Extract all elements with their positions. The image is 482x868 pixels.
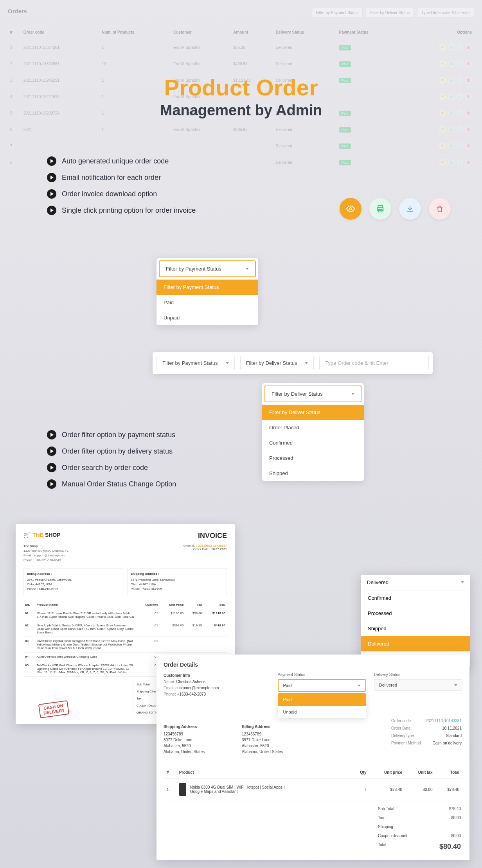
dropdown-option[interactable]: Confirmed <box>361 590 470 606</box>
feature-text: Order invoice download option <box>62 190 157 198</box>
feature-text: Order search by order code <box>62 464 148 472</box>
delete-icon[interactable]: 🗑 <box>465 142 472 149</box>
print-icon[interactable]: ⎙ <box>448 126 455 133</box>
view-icon[interactable]: 👁 <box>439 44 446 51</box>
dropdown-option[interactable]: Shipped <box>361 621 470 636</box>
dropdown-label: Filter by Payment Status <box>166 266 221 272</box>
total-row: Coupon discount :$0.00 <box>376 831 462 840</box>
download-icon[interactable]: ↓ <box>456 60 463 67</box>
dropdown-option[interactable]: Filter by Deliver Status <box>262 405 364 420</box>
chevron-down-icon <box>305 362 308 364</box>
dropdown-trigger[interactable]: Delivered <box>361 575 470 590</box>
dropdown-option[interactable]: Order Placed <box>262 420 364 435</box>
feature-item: Single click printing option for order i… <box>47 206 196 215</box>
delete-icon[interactable]: 🗑 <box>465 126 472 133</box>
col-code: Order code <box>21 25 99 39</box>
print-icon[interactable]: ⎙ <box>448 159 455 166</box>
filter-deliver[interactable]: Filter by Deliver Status <box>366 8 414 18</box>
dropdown-option[interactable]: Shipped <box>262 466 364 481</box>
hero-title: Product Order Management by Admin <box>0 74 482 119</box>
play-icon <box>47 463 56 472</box>
search-input[interactable]: Type Order code & hit Enter <box>417 8 474 18</box>
table-row: 220211110-1330286312Eric M Spradlin$499.… <box>8 56 474 72</box>
download-icon[interactable]: ↓ <box>456 126 463 133</box>
feature-text: Order filter option by payment status <box>62 431 175 439</box>
order-meta: Order code20211110-10143381Order Date10.… <box>391 717 462 747</box>
feature-item: Order invoice download option <box>47 189 196 199</box>
chevron-down-icon <box>461 581 464 583</box>
search-field[interactable]: Type Order code & hit Enter <box>319 356 429 370</box>
cash-on-delivery-stamp: CASH ONDELIVERY <box>38 700 69 718</box>
delete-icon[interactable]: 🗑 <box>465 159 472 166</box>
customer-info-header: Customer Info <box>164 673 190 678</box>
download-button[interactable] <box>399 198 421 220</box>
delete-button[interactable] <box>429 198 451 220</box>
table-row: 01iPhone 12 Promax Pacific Blue 512 GB m… <box>23 609 227 621</box>
dropdown-option[interactable]: Delivered <box>361 636 470 651</box>
dropdown-option[interactable]: Processed <box>262 450 364 466</box>
print-icon[interactable]: ⎙ <box>448 44 455 51</box>
feature-text: Manual Order Status Change Option <box>62 480 176 488</box>
deliver-status-dropdown[interactable]: Filter by Deliver Status Filter by Deliv… <box>262 383 364 481</box>
product-thumb <box>179 783 186 796</box>
view-icon[interactable]: 👁 <box>439 60 446 67</box>
print-icon[interactable]: ⎙ <box>448 60 455 67</box>
dropdown-option[interactable]: Processed <box>361 606 470 621</box>
col-payment: Payment Status <box>337 25 402 39</box>
filter-deliver-select[interactable]: Filter by Deliver Status <box>240 356 314 370</box>
filter-payment[interactable]: Filter by Payment Status <box>312 8 363 18</box>
panel-title: Order Details <box>164 662 462 668</box>
feature-item: Order filter option by delivery status <box>47 447 176 456</box>
meta-row: Delivery typeStandard <box>391 732 462 739</box>
delivered-dropdown[interactable]: Delivered ConfirmedProcessedShippedDeliv… <box>361 575 470 667</box>
payment-status-select[interactable]: Paid <box>278 679 366 692</box>
feature-item: Manual Order Status Change Option <box>47 479 176 489</box>
dropdown-trigger[interactable]: Filter by Payment Status <box>159 260 256 277</box>
play-icon <box>47 206 56 215</box>
view-button[interactable] <box>340 198 362 220</box>
dropdown-option[interactable]: Confirmed <box>262 435 364 450</box>
payment-status-dropdown[interactable]: Filter by Payment Status Filter by Payme… <box>156 258 258 325</box>
delete-icon[interactable]: 🗑 <box>465 60 472 67</box>
action-bubbles <box>340 198 451 220</box>
play-icon <box>47 189 56 199</box>
dropdown-option[interactable]: Unpaid <box>156 310 258 325</box>
dropdown-option[interactable]: Unpaid <box>278 706 366 718</box>
dropdown-option[interactable]: Filter by Payment Status <box>156 280 258 295</box>
shipping-address: Shipping Address : 3971 Peaceful Lane, L… <box>127 568 227 595</box>
total-row: Shipping : <box>376 822 462 831</box>
delivery-status-select[interactable]: Delivered <box>374 679 462 691</box>
table-row: 03CASEKOO Crystal Clear Designed for iPh… <box>23 637 227 653</box>
view-icon[interactable]: 👁 <box>439 159 446 166</box>
total-row: Tax :$0.00 <box>376 813 462 822</box>
download-icon[interactable]: ↓ <box>456 44 463 51</box>
download-icon[interactable]: ↓ <box>456 142 463 149</box>
chevron-down-icon <box>358 685 361 687</box>
feature-item: Order filter option by payment status <box>47 430 176 439</box>
dropdown-trigger[interactable]: Filter by Deliver Status <box>264 386 362 402</box>
delete-icon[interactable]: 🗑 <box>465 44 472 51</box>
download-icon[interactable]: ↓ <box>456 159 463 166</box>
view-icon[interactable]: 👁 <box>439 126 446 133</box>
chevron-down-icon <box>351 393 354 395</box>
col-options: Options <box>402 25 474 39</box>
chevron-down-icon <box>226 362 229 364</box>
feature-item: Auto generated unique order code <box>47 156 196 166</box>
filter-payment-select[interactable]: Filter by Payment Status <box>156 356 235 370</box>
feature-text: Email notification for each order <box>62 174 161 182</box>
feature-text: Single click printing option for order i… <box>62 206 196 215</box>
dropdown-option[interactable]: Paid <box>278 693 366 706</box>
dropdown-option[interactable]: Paid <box>156 295 258 310</box>
print-button[interactable] <box>369 198 391 220</box>
col-customer: Customer <box>171 25 231 39</box>
col-num: Num. of Products <box>99 25 171 39</box>
order-items: # Product Qty Unit price Unit tax Total … <box>164 766 462 800</box>
play-icon <box>47 430 56 439</box>
chevron-down-icon <box>454 684 457 686</box>
total-row: Sub Total :$78.40 <box>376 804 462 813</box>
view-icon[interactable]: 👁 <box>439 142 446 149</box>
filter-row: Filter by Payment Status Filter by Deliv… <box>153 352 433 374</box>
svg-point-0 <box>349 208 352 210</box>
print-icon[interactable]: ⎙ <box>448 142 455 149</box>
cart-icon: 🛒 <box>23 532 30 538</box>
